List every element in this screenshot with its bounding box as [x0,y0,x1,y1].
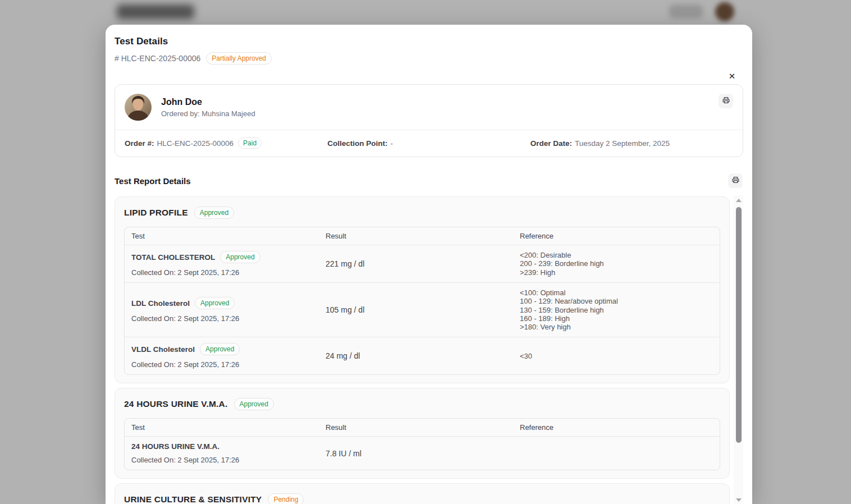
cell-result: 24 mg / dl [319,346,513,366]
reference-line: 100 - 129: Near/above optimal [520,297,713,305]
collection-point-label: Collection Point: [327,139,387,148]
reference-line: <30 [520,352,713,360]
test-status-badge: Approved [200,343,240,355]
test-name: LDL Cholesterol [131,299,190,308]
cell-test: TOTAL CHOLESTEROL Approved Collected On:… [125,245,319,282]
column-header-test: Test [125,227,319,245]
collection-point-value: - [391,139,394,148]
paid-badge: Paid [238,138,262,149]
column-header-reference: Reference [513,419,720,436]
reference-line: >239: High [520,268,713,277]
column-header-reference: Reference [513,227,720,245]
ordered-by: Ordered by: Muhsina Majeed [161,109,255,118]
cell-reference: <100: Optimal100 - 129: Near/above optim… [513,283,720,337]
column-header-test: Test [125,419,319,436]
test-section-card: LIPID PROFILE Approved Test Result Refer… [115,196,730,383]
patient-name: John Doe [161,97,255,107]
printer-icon [722,97,730,106]
order-reference: # HLC-ENC-2025-00006 [115,54,200,63]
table-row: LDL Cholesterol Approved Collected On: 2… [125,282,720,337]
report-scroll-region: LIPID PROFILE Approved Test Result Refer… [115,195,743,504]
test-section-status-badge: Approved [194,207,234,219]
cell-result: 105 mg / dl [319,300,513,320]
order-number-field: Order #: HLC-ENC-2025-00006 Paid [125,138,327,149]
cell-reference: <200: Desirable200 - 239: Borderline hig… [513,245,720,282]
test-section-card: URINE CULTURE & SENSITIVITY Pending [115,483,730,504]
print-report-button[interactable] [728,173,743,188]
reference-line: 160 - 189: High [520,314,713,323]
test-details-modal: Test Details # HLC-ENC-2025-00006 Partia… [106,25,752,504]
cell-result: 221 mg / dl [319,254,513,274]
order-date-label: Order Date: [530,139,572,148]
order-date-value: Tuesday 2 September, 2025 [575,139,670,148]
report-section-title: Test Report Details [115,176,191,186]
collected-on: Collected On: 2 Sept 2025, 17:26 [131,314,312,323]
column-header-result: Result [319,419,513,436]
reference-line: >180: Very high [520,323,713,331]
cell-result: 7.8 IU / ml [319,443,513,464]
test-section-card: 24 HOURS URINE V.M.A. Approved Test Resu… [115,388,730,479]
test-section-name: LIPID PROFILE [124,208,188,218]
test-status-badge: Approved [195,297,235,309]
test-status-badge: Approved [220,251,260,263]
print-order-button[interactable] [719,94,733,108]
results-table: Test Result Reference TOTAL CHOLESTEROL … [124,227,720,375]
test-name: VLDL Cholesterol [131,345,195,354]
collected-on: Collected On: 2 Sept 2025, 17:26 [131,268,312,277]
test-section-status-badge: Pending [268,493,304,504]
cell-test: VLDL Cholesterol Approved Collected On: … [125,337,319,374]
reference-line: <100: Optimal [520,288,713,297]
close-icon[interactable]: ✕ [726,71,738,82]
table-row: 24 HOURS URINE V.M.A. Collected On: 2 Se… [125,436,720,470]
table-row: TOTAL CHOLESTEROL Approved Collected On:… [125,245,720,282]
status-badge: Partially Approved [206,52,272,65]
order-number-label: Order #: [125,139,154,148]
test-section-name: 24 HOURS URINE V.M.A. [124,399,228,409]
page-title: Test Details [115,36,743,47]
collected-on: Collected On: 2 Sept 2025, 17:26 [131,360,312,369]
cell-reference: <30 [513,346,720,366]
test-name: 24 HOURS URINE V.M.A. [131,442,219,451]
results-table: Test Result Reference 24 HOURS URINE V.M… [124,418,720,470]
cell-test: 24 HOURS URINE V.M.A. Collected On: 2 Se… [125,437,319,470]
cell-reference [513,448,720,459]
test-section-status-badge: Approved [234,398,274,410]
scroll-up-icon[interactable] [736,199,742,202]
test-name: TOTAL CHOLESTEROL [131,253,215,262]
patient-avatar [125,94,152,121]
printer-icon [732,176,739,185]
modal-subtitle: # HLC-ENC-2025-00006 Partially Approved [115,52,743,65]
table-header: Test Result Reference [125,227,720,245]
order-number-value: HLC-ENC-2025-00006 [157,139,234,148]
patient-card: John Doe Ordered by: Muhsina Majeed Orde… [115,84,743,157]
column-header-result: Result [319,227,513,245]
table-header: Test Result Reference [125,419,720,436]
scroll-down-icon[interactable] [736,498,742,502]
scrollbar-thumb[interactable] [736,207,742,443]
order-date-field: Order Date: Tuesday 2 September, 2025 [530,138,733,149]
table-row: VLDL Cholesterol Approved Collected On: … [125,337,720,374]
collection-point-field: Collection Point: - [327,138,530,149]
collected-on: Collected On: 2 Sept 2025, 17:26 [131,456,312,464]
cell-test: LDL Cholesterol Approved Collected On: 2… [125,291,319,328]
card-divider [115,130,743,130]
reference-line: <200: Desirable [520,251,713,259]
reference-line: 200 - 239: Borderline high [520,259,713,268]
reference-line: 130 - 159: Borderline high [520,306,713,314]
vertical-scrollbar[interactable] [734,195,743,504]
test-section-name: URINE CULTURE & SENSITIVITY [124,494,262,504]
